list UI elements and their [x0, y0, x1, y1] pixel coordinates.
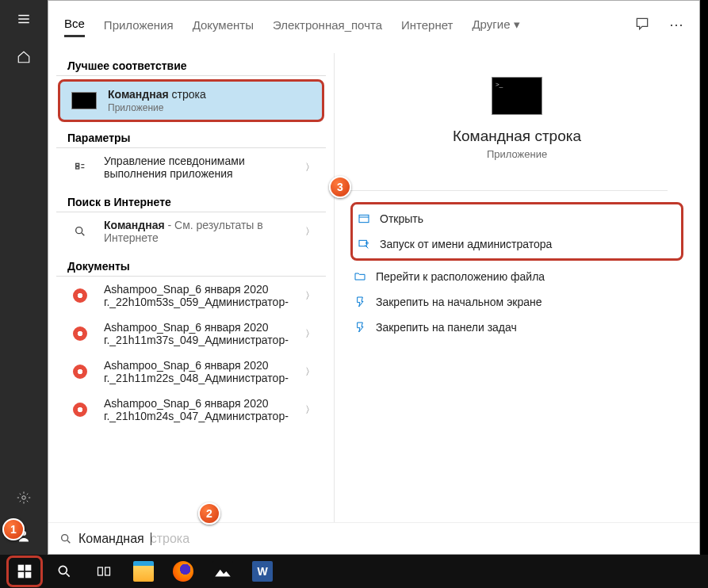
more-icon[interactable]: ⋯: [669, 16, 683, 33]
result-document[interactable]: Ashampoo_Snap_6 января 2020 г._21h11m37s…: [56, 315, 326, 353]
preview-pane: Командная строка Приложение Открыть Запу…: [334, 53, 699, 522]
chevron-right-icon: 〉: [305, 365, 315, 379]
svg-rect-11: [18, 572, 25, 578]
task-view-button[interactable]: [86, 556, 122, 587]
svg-rect-15: [105, 567, 110, 575]
chevron-right-icon: 〉: [305, 289, 315, 303]
cmd-icon: [71, 92, 97, 109]
svg-rect-2: [76, 163, 79, 166]
action-open-file-location[interactable]: Перейти к расположению файла: [350, 264, 683, 289]
feedback-icon[interactable]: [634, 16, 650, 34]
tab-internet[interactable]: Интернет: [401, 13, 453, 36]
home-icon[interactable]: [0, 38, 48, 76]
svg-rect-12: [25, 572, 32, 578]
search-suggestion-ghost: строка: [151, 532, 189, 546]
section-web: Поиск в Интернете: [56, 191, 326, 212]
action-run-as-admin[interactable]: Запуск от имени администратора: [354, 231, 679, 257]
result-document[interactable]: Ashampoo_Snap_6 января 2020 г._21h11m22s…: [56, 353, 326, 391]
start-button[interactable]: [6, 556, 43, 587]
settings-icon[interactable]: [0, 479, 48, 517]
section-best-match: Лучшее соответствие: [56, 55, 326, 76]
svg-point-0: [22, 496, 26, 500]
ashampoo-icon: [73, 403, 87, 417]
ashampoo-icon: [73, 288, 87, 303]
result-setting-alias[interactable]: Управление псевдонимами выполнения прило…: [56, 148, 326, 186]
result-document[interactable]: Ashampoo_Snap_6 января 2020 г._21h10m24s…: [56, 391, 326, 429]
tab-all[interactable]: Все: [64, 12, 85, 37]
chevron-right-icon: 〉: [305, 403, 315, 417]
annotation-1: 1: [2, 518, 25, 540]
ashampoo-icon: [73, 326, 87, 341]
tab-email[interactable]: Электронная_почта: [273, 13, 382, 36]
search-typed-text: Командная: [78, 532, 144, 546]
divider: [350, 190, 668, 191]
search-icon: [59, 533, 72, 545]
search-input-row[interactable]: Командная строка: [48, 522, 699, 554]
preview-subtitle: Приложение: [487, 148, 547, 160]
chevron-right-icon: 〉: [305, 327, 315, 341]
result-best-match[interactable]: Командная строка Приложение: [58, 79, 324, 122]
svg-rect-9: [18, 565, 25, 571]
preview-title: Командная строка: [453, 128, 581, 145]
annotation-2: 2: [198, 502, 220, 525]
filter-tabs: Все Приложения Документы Электронная_поч…: [48, 1, 699, 48]
taskbar-search-button[interactable]: [46, 556, 82, 587]
svg-rect-5: [359, 215, 369, 222]
chevron-right-icon: 〉: [305, 161, 315, 174]
tab-other[interactable]: Другие ▾: [472, 13, 519, 36]
section-settings: Параметры: [56, 127, 326, 148]
svg-point-7: [366, 242, 369, 244]
taskbar-app-word[interactable]: W: [244, 556, 281, 587]
taskbar-app-firefox[interactable]: [165, 556, 201, 587]
search-panel: Все Приложения Документы Электронная_поч…: [48, 0, 700, 555]
action-pin-to-start[interactable]: Закрепить на начальном экране: [350, 289, 683, 315]
svg-rect-10: [25, 565, 32, 571]
tab-documents[interactable]: Документы: [193, 13, 254, 36]
action-open[interactable]: Открыть: [354, 206, 679, 231]
taskbar-app-photos[interactable]: [205, 556, 241, 587]
result-web-search[interactable]: Командная - См. результаты в Интернете 〉: [56, 212, 326, 250]
chevron-right-icon: 〉: [305, 225, 315, 239]
results-list: Лучшее соответствие Командная строка При…: [48, 48, 334, 522]
hamburger-button[interactable]: [0, 0, 48, 38]
svg-point-8: [62, 534, 68, 540]
annotation-3: 3: [329, 176, 351, 198]
preview-app-icon: [492, 77, 542, 115]
result-document[interactable]: Ashampoo_Snap_6 января 2020 г._22h10m53s…: [56, 277, 326, 315]
tab-apps[interactable]: Приложения: [104, 13, 174, 36]
section-documents: Документы: [56, 255, 326, 277]
taskbar-app-explorer[interactable]: [125, 556, 162, 587]
taskbar: W: [0, 555, 708, 588]
svg-point-4: [76, 227, 82, 234]
svg-point-13: [59, 566, 67, 574]
svg-rect-14: [98, 567, 103, 575]
start-rail: [0, 0, 48, 555]
svg-rect-3: [76, 166, 79, 169]
action-pin-to-taskbar[interactable]: Закрепить на панели задач: [350, 315, 683, 340]
ashampoo-icon: [73, 365, 87, 379]
result-subtitle: Приложение: [108, 102, 311, 113]
